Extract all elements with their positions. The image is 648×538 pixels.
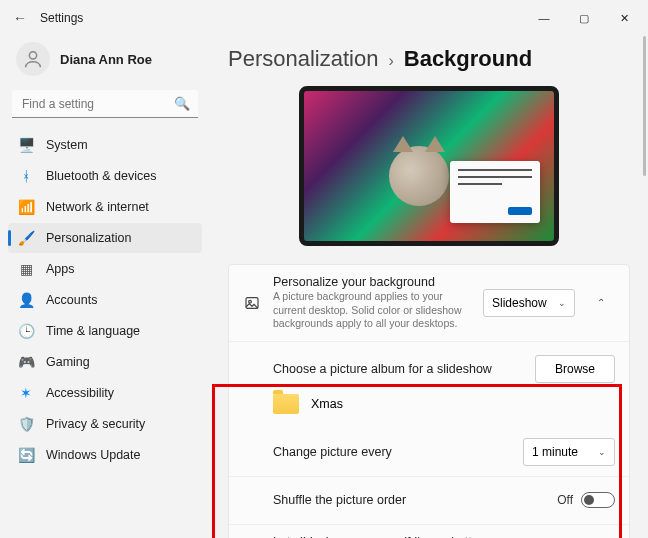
personalize-background-row[interactable]: Personalize your background A picture ba… [229,265,629,342]
sidebar-item-bluetooth-devices[interactable]: ᚼBluetooth & devices [8,161,202,191]
search-input[interactable] [12,90,198,118]
nav-icon: ᚼ [18,168,34,184]
minimize-button[interactable]: ― [524,3,564,33]
interval-title: Change picture every [273,445,511,459]
album-folder-row[interactable]: Xmas [229,390,629,428]
breadcrumb-parent[interactable]: Personalization [228,46,378,72]
nav-label: Accounts [46,293,97,307]
shuffle-state: Off [557,493,573,507]
nav-icon: ✶ [18,385,34,401]
nav-label: Gaming [46,355,90,369]
personalize-title: Personalize your background [273,275,471,289]
nav-label: Time & language [46,324,140,338]
shuffle-title: Shuffle the picture order [273,493,545,507]
nav-icon: 🛡️ [18,416,34,432]
back-button[interactable]: ← [4,2,36,34]
nav-label: Network & internet [46,200,149,214]
nav-label: System [46,138,88,152]
nav-icon: ▦ [18,261,34,277]
preview-window [450,161,540,223]
maximize-button[interactable]: ▢ [564,3,604,33]
chevron-right-icon: › [388,52,393,70]
sidebar: Diana Ann Roe 🔍 🖥️SystemᚼBluetooth & dev… [0,36,210,538]
sidebar-item-apps[interactable]: ▦Apps [8,254,202,284]
breadcrumb: Personalization › Background [228,36,630,86]
expand-button[interactable]: ⌃ [587,289,615,317]
picture-icon [243,295,261,311]
sidebar-item-windows-update[interactable]: 🔄Windows Update [8,440,202,470]
shuffle-toggle[interactable] [581,492,615,508]
album-title: Choose a picture album for a slideshow [273,362,523,376]
nav-icon: 📶 [18,199,34,215]
background-mode-dropdown[interactable]: Slideshow ⌄ [483,289,575,317]
personalize-subtitle: A picture background applies to your cur… [273,290,471,331]
nav-label: Personalization [46,231,131,245]
sidebar-item-network-internet[interactable]: 📶Network & internet [8,192,202,222]
scrollbar-thumb[interactable] [643,36,646,176]
chevron-down-icon: ⌄ [598,447,606,457]
nav-label: Bluetooth & devices [46,169,157,183]
window-title: Settings [40,11,83,25]
svg-point-0 [29,52,36,59]
shuffle-row: Shuffle the picture order Off [229,477,629,525]
search-box[interactable]: 🔍 [12,90,198,118]
sidebar-item-gaming[interactable]: 🎮Gaming [8,347,202,377]
sidebar-item-time-language[interactable]: 🕒Time & language [8,316,202,346]
search-icon: 🔍 [174,96,190,111]
album-folder-name: Xmas [311,397,343,411]
main-content: Personalization › Background Personalize… [210,36,648,538]
user-profile[interactable]: Diana Ann Roe [8,36,202,90]
nav-label: Privacy & security [46,417,145,431]
avatar-icon [16,42,50,76]
nav-icon: 🔄 [18,447,34,463]
sidebar-item-personalization[interactable]: 🖌️Personalization [8,223,202,253]
preview-image [389,146,449,206]
nav-icon: 🕒 [18,323,34,339]
sidebar-item-accessibility[interactable]: ✶Accessibility [8,378,202,408]
user-name: Diana Ann Roe [60,52,152,67]
svg-point-2 [249,300,252,303]
breadcrumb-current: Background [404,46,532,72]
change-interval-row: Change picture every 1 minute ⌄ [229,428,629,477]
nav-icon: 🖌️ [18,230,34,246]
nav-label: Windows Update [46,448,141,462]
nav-icon: 👤 [18,292,34,308]
browse-button[interactable]: Browse [535,355,615,383]
close-button[interactable]: ✕ [604,3,644,33]
choose-album-row: Choose a picture album for a slideshow B… [229,342,629,390]
nav-label: Apps [46,262,75,276]
interval-dropdown[interactable]: 1 minute ⌄ [523,438,615,466]
sidebar-item-accounts[interactable]: 👤Accounts [8,285,202,315]
sidebar-item-privacy-security[interactable]: 🛡️Privacy & security [8,409,202,439]
nav-icon: 🎮 [18,354,34,370]
background-preview [299,86,559,246]
nav-icon: 🖥️ [18,137,34,153]
sidebar-item-system[interactable]: 🖥️System [8,130,202,160]
battery-row: Let slideshow run even if I'm on battery… [229,525,629,538]
folder-icon [273,394,299,414]
chevron-down-icon: ⌄ [558,298,566,308]
nav-label: Accessibility [46,386,114,400]
